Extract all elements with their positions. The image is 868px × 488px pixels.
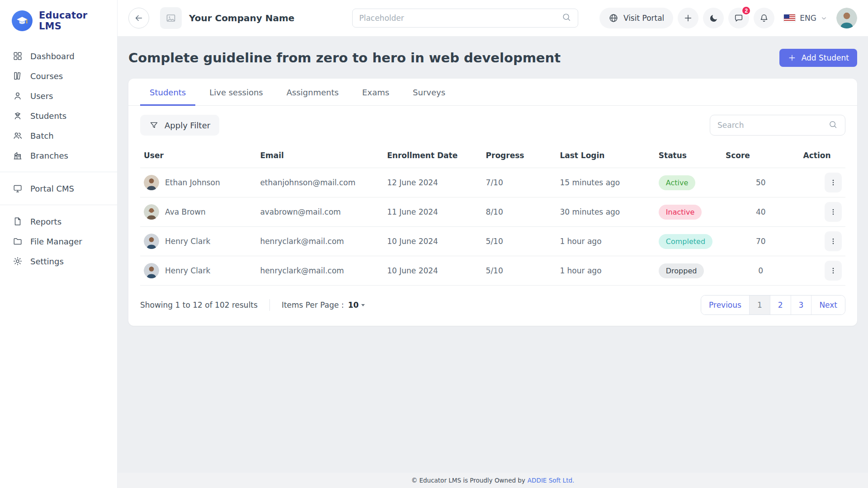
sidebar-item-dashboard[interactable]: Dashboard [0, 46, 117, 66]
image-placeholder-icon [160, 7, 182, 29]
page-title: Complete guideline from zero to hero in … [128, 50, 561, 66]
sidebar-item-portal-cms[interactable]: Portal CMS [0, 178, 117, 198]
sidebar-item-reports[interactable]: Reports [0, 211, 117, 231]
building-icon [13, 150, 23, 160]
footer-owner-link[interactable]: ADDIE Soft Ltd. [528, 477, 574, 484]
sidebar-item-label: File Manager [30, 237, 82, 246]
divider [269, 299, 270, 311]
column-header-user: User [140, 145, 256, 168]
bell-icon [759, 13, 769, 23]
visit-portal-button[interactable]: Visit Portal [599, 8, 673, 28]
column-header-score: Score [722, 145, 800, 168]
score-value: 0 [722, 256, 800, 286]
kebab-menu-icon [829, 237, 837, 245]
table-row: Ava Brown avabrown@mail.com 11 June 2024… [140, 197, 845, 227]
status-badge: Completed [659, 234, 712, 249]
progress-value: 5/10 [482, 227, 557, 256]
page-button-3[interactable]: 3 [791, 296, 812, 314]
sidebar-divider [0, 205, 117, 205]
tab-surveys[interactable]: Surveys [403, 79, 455, 106]
table-search-input[interactable] [717, 121, 824, 130]
plus-icon [788, 53, 797, 62]
progress-value: 8/10 [482, 197, 557, 227]
student-email: avabrown@mail.com [256, 197, 383, 227]
sidebar-item-file-manager[interactable]: File Manager [0, 231, 117, 251]
score-value: 70 [722, 227, 800, 256]
tab-students[interactable]: Students [140, 79, 195, 106]
sidebar-item-branches[interactable]: Branches [0, 145, 117, 165]
student-name: Ethan Johnson [165, 178, 220, 187]
caret-down-icon [361, 304, 365, 306]
kebab-menu-icon [829, 208, 837, 216]
back-button[interactable] [128, 8, 149, 28]
page-header: Complete guideline from zero to hero in … [128, 46, 857, 79]
add-quick-button[interactable] [678, 8, 698, 28]
last-login: 15 minutes ago [556, 168, 655, 197]
sidebar: Educator LMS Dashboard Courses Users Stu… [0, 0, 118, 488]
notifications-button[interactable] [754, 8, 774, 28]
last-login: 1 hour ago [556, 227, 655, 256]
enrollment-date: 10 June 2024 [383, 256, 482, 286]
document-icon [13, 216, 23, 226]
sidebar-item-settings[interactable]: Settings [0, 251, 117, 271]
sidebar-item-batch[interactable]: Batch [0, 126, 117, 145]
sidebar-item-label: Reports [30, 217, 61, 226]
visit-portal-label: Visit Portal [623, 14, 664, 23]
page-button-2[interactable]: 2 [770, 296, 791, 314]
column-header-enrollment-date: Enrollment Date [383, 145, 482, 168]
previous-page-button[interactable]: Previous [701, 296, 750, 314]
items-per-page-select[interactable]: 10 [348, 300, 365, 310]
globe-icon [609, 13, 618, 23]
apply-filter-button[interactable]: Apply Filter [140, 115, 219, 136]
pagination: Previous 1 2 3 Next [701, 295, 845, 315]
global-search [352, 9, 578, 28]
last-login: 30 minutes ago [556, 197, 655, 227]
global-search-input[interactable] [359, 14, 557, 23]
chat-icon [734, 13, 744, 23]
status-badge: Inactive [659, 205, 702, 220]
apply-filter-label: Apply Filter [165, 121, 210, 130]
app-logo[interactable]: Educator LMS [0, 0, 117, 42]
column-header-status: Status [655, 145, 722, 168]
sidebar-item-students[interactable]: Students [0, 106, 117, 126]
tab-live-sessions[interactable]: Live sessions [200, 79, 273, 106]
table-footer: Showing 1 to 12 of 102 results Items Per… [128, 286, 857, 326]
student-email: henryclark@mail.com [256, 256, 383, 286]
table-search [710, 115, 845, 136]
sidebar-item-users[interactable]: Users [0, 86, 117, 106]
kebab-menu-icon [829, 267, 837, 275]
search-icon[interactable] [561, 12, 571, 24]
main-area: Your Company Name Visit Portal 2 [118, 0, 868, 488]
search-icon[interactable] [828, 120, 838, 131]
tab-assignments[interactable]: Assignments [277, 79, 348, 106]
student-avatar [144, 263, 159, 278]
table-header-row: User Email Enrollment Date Progress Last… [140, 145, 845, 168]
row-actions-button[interactable] [825, 173, 842, 192]
tab-exams[interactable]: Exams [353, 79, 399, 106]
company-name: Your Company Name [189, 13, 294, 23]
next-page-button[interactable]: Next [811, 296, 845, 314]
row-actions-button[interactable] [825, 231, 842, 251]
add-student-button[interactable]: Add Student [779, 49, 857, 67]
table-toolbar: Apply Filter [128, 106, 857, 145]
user-avatar[interactable] [836, 8, 857, 28]
kebab-menu-icon [829, 178, 837, 187]
last-login: 1 hour ago [556, 256, 655, 286]
student-name: Henry Clark [165, 237, 210, 246]
app-title: Educator LMS [39, 10, 105, 32]
page-button-1[interactable]: 1 [750, 296, 770, 314]
dark-mode-button[interactable] [703, 8, 724, 28]
sidebar-item-courses[interactable]: Courses [0, 66, 117, 86]
row-actions-button[interactable] [825, 261, 842, 281]
column-header-progress: Progress [482, 145, 557, 168]
sidebar-divider [0, 172, 117, 172]
items-per-page-label: Items Per Page : [282, 300, 344, 310]
status-badge: Dropped [659, 263, 704, 278]
column-header-email: Email [256, 145, 383, 168]
results-summary: Showing 1 to 12 of 102 results [140, 300, 258, 310]
language-selector[interactable]: ENG [779, 14, 832, 23]
items-per-page-value: 10 [348, 300, 359, 310]
messages-button[interactable]: 2 [728, 8, 749, 28]
row-actions-button[interactable] [825, 202, 842, 222]
progress-value: 5/10 [482, 256, 557, 286]
